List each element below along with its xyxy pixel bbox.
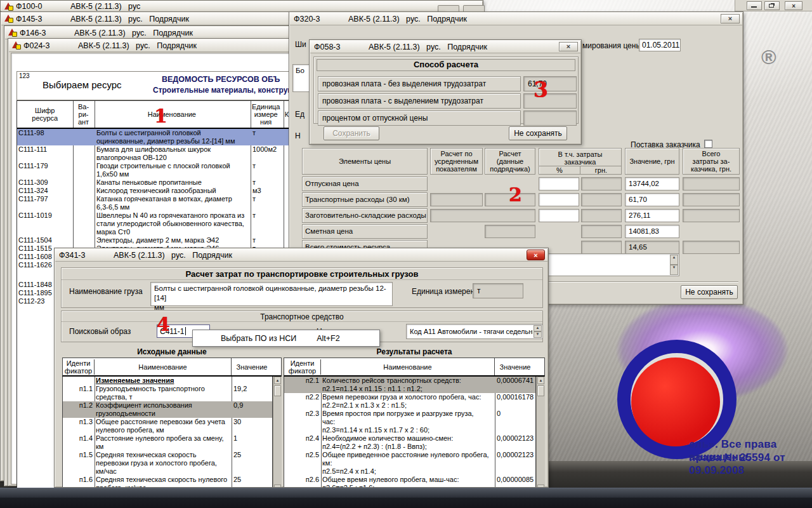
col-header-name: Наименование [94, 110, 249, 118]
resource-row[interactable]: С111-797Катанка горячекатаная в мотках, … [17, 195, 291, 211]
table-row[interactable]: п2.2Время перевозки груза и холостого пр… [284, 393, 535, 410]
price-cell[interactable] [683, 177, 740, 190]
menu-item-select-from-nsi[interactable]: Выбрать ПО из НСИ [221, 334, 296, 343]
calc-method-option[interactable]: провозная плата - без выделения трудозат… [318, 76, 521, 91]
table-row[interactable]: п1.5Средняя техническая скорость перевоз… [63, 451, 272, 476]
customer-supply-checkbox[interactable] [704, 140, 712, 148]
price-cell[interactable] [539, 177, 579, 190]
close-icon[interactable]: × [559, 42, 578, 51]
input-table-header: Иденти фикатор Наименование Значение [62, 358, 282, 377]
cargo-field[interactable]: Болты с шестигранной головкой оцинкованн… [150, 282, 393, 306]
table-row[interactable]: п1.2Коэффициент использования грузоподъе… [63, 401, 272, 418]
price-date-field[interactable]: 01.05.2011 [639, 39, 681, 51]
spin-down-icon: ▼ [670, 265, 678, 275]
scroll-up-icon[interactable]: ▲ [274, 377, 281, 384]
col-header-value: Значение [232, 363, 272, 371]
price-cell[interactable] [683, 209, 740, 222]
spinner-control[interactable]: ▲▼ [670, 255, 678, 275]
restore-button[interactable] [764, 1, 780, 10]
close-icon[interactable]: × [527, 250, 545, 260]
titlebar-f146[interactable]: Ф146-3 АВК-5 (2.11.3) рус. Подрядчик [5, 27, 293, 39]
table-row[interactable]: п2.5Общее приведенное расстояние нулевог… [284, 451, 535, 476]
price-value-cell[interactable]: 14,65 [625, 241, 679, 254]
unit-field: т [473, 283, 523, 298]
registered-trademark-glyph: ® [761, 46, 776, 69]
titlebar-f024[interactable]: Ф024-3 АВК-5 (2.11.3) рус. Подрядчик [9, 39, 293, 52]
resource-row[interactable]: С111-1504Электроды, диаметр 2 мм, марка … [17, 236, 291, 244]
price-cell[interactable] [430, 193, 483, 206]
resource-row[interactable]: С111-1019Швеллеры N 40 из горячекатаного… [17, 211, 291, 236]
price-cell[interactable] [683, 193, 740, 206]
price-cell[interactable] [485, 225, 535, 238]
price-row[interactable]: Сметная цена14081,83 [302, 224, 741, 240]
window-header: Расчет затрат по транспортировке строите… [62, 269, 542, 280]
window-title: АВК-5 (2.11.3) рус. Подрядчик [78, 41, 197, 50]
table-row[interactable]: п2.3Время простоя при погрузке и разгруз… [284, 410, 535, 434]
close-button[interactable]: × [785, 1, 802, 10]
no-save-button[interactable]: Не сохранять [509, 126, 567, 140]
titlebar-f100[interactable]: Ф100-0 АВК-5 (2.11.3) рус [1, 1, 482, 12]
resource-row[interactable]: С111-98Болты с шестигранной головкой оци… [17, 129, 291, 145]
table-row[interactable]: п1.3Общее расстояние перевозки без учета… [63, 418, 272, 434]
cargo-value: Болты с шестигранной головкой оцинкованн… [154, 284, 392, 312]
col-header-id: Иденти фикатор [63, 359, 95, 375]
titlebar-f341[interactable]: Ф341-3 АВК-5 (2.11.3) рус. Подрядчик × [55, 249, 547, 262]
price-cell[interactable] [539, 193, 579, 206]
scroll-up-icon[interactable]: ▲ [537, 377, 544, 384]
price-cell[interactable] [683, 241, 740, 254]
background-toolbar-button[interactable] [438, 5, 459, 11]
resource-row[interactable]: С111-324Кислород технический газообразны… [17, 187, 291, 195]
unit-value: т [477, 286, 481, 295]
price-cell[interactable] [430, 209, 535, 222]
label-fragment-shifr: Ши [295, 40, 306, 49]
table-row[interactable]: п2.4Необходимое количество машино-смен: … [284, 434, 535, 451]
no-save-button[interactable]: Не сохранять [681, 285, 738, 299]
vertical-scrollbar[interactable]: ▲ ▼ [536, 377, 545, 488]
price-cell[interactable] [581, 241, 622, 254]
text-caret [185, 327, 186, 335]
price-row-label: Заготовительно-складские расходы [302, 208, 428, 223]
calc-method-value: 61,70 [523, 76, 577, 91]
table-row[interactable]: п1.4Расстояние нулевого пробега за смену… [63, 434, 272, 451]
price-value-cell[interactable]: 61,70 [625, 193, 679, 206]
price-value-cell[interactable]: 14081,83 [625, 225, 679, 238]
vehicle-combo[interactable]: Код А11 Автомобили - тягачи седельные с … [406, 324, 543, 339]
vertical-scrollbar[interactable]: ▲ ▼ [273, 377, 282, 488]
price-cell[interactable] [581, 225, 622, 238]
window-f100: Ф100-0 АВК-5 (2.11.3) рус [0, 0, 483, 11]
resource-row[interactable]: С111-179Гвозди строительные с плоской го… [17, 162, 291, 178]
resource-row[interactable]: С111-309Канаты пеньковые пропитанныет [17, 178, 291, 187]
price-value-cell[interactable]: 276,11 [625, 209, 679, 222]
table-row[interactable]: п2.1Количество рейсов транспортных средс… [284, 377, 535, 393]
minimize-button[interactable] [747, 1, 762, 10]
scroll-thumb[interactable] [537, 385, 544, 396]
cargo-label: Наименование груза [69, 287, 143, 296]
col-header-elements: Элементы цены [302, 148, 428, 175]
scroll-thumb[interactable] [274, 385, 281, 396]
table-row[interactable]: п1.1Грузоподъемность транспортного средс… [63, 385, 272, 401]
titlebar-f320[interactable]: Ф320-3 АВК-5 (2.11.3) рус. Подрядчик × [290, 13, 742, 25]
price-cell[interactable] [581, 209, 622, 222]
price-cell[interactable] [581, 177, 622, 190]
table-row[interactable]: п2.6Общее время нулевого пробега, маш-ча… [284, 476, 535, 488]
taskbar: Fz Рабочий стол » RU ▲ DBS 19:12 [0, 488, 812, 508]
background-toolbar-button[interactable] [463, 5, 485, 11]
price-cell[interactable] [539, 209, 579, 222]
spinner-control[interactable]: ▲▼ [534, 325, 542, 338]
price-value-cell[interactable]: 13744,02 [625, 177, 679, 190]
col-header-value: Значение, грн [625, 148, 679, 175]
context-menu: Выбрать ПО из НСИ Alt+F2 [192, 330, 380, 347]
spin-down-icon: ▼ [534, 331, 542, 338]
price-row[interactable]: Заготовительно-складские расходы276,11 [302, 208, 741, 224]
calc-method-option[interactable]: провозная плата - с выделением трудозатр… [318, 93, 521, 109]
close-icon[interactable]: × [721, 14, 740, 23]
save-button[interactable]: Сохранить [324, 126, 379, 140]
col-header-value: Значение [495, 363, 535, 371]
resource-row[interactable]: С111-111Бумага для шлифовальных шкурок в… [17, 145, 291, 162]
price-cell[interactable] [581, 193, 622, 206]
calc-method-option[interactable]: процентом от отпускной цены [318, 110, 521, 126]
table-row[interactable]: п1.6Средняя техническая скорость нулевог… [63, 476, 272, 488]
titlebar-f058[interactable]: Ф058-3 АВК-5 (2.11.3) рус. Подрядчик × [310, 41, 580, 53]
window-title: АВК-5 (2.11.3) рус. Подрядчик [70, 15, 189, 23]
results-table-header: Иденти фикатор Наименование Значение [284, 358, 545, 377]
